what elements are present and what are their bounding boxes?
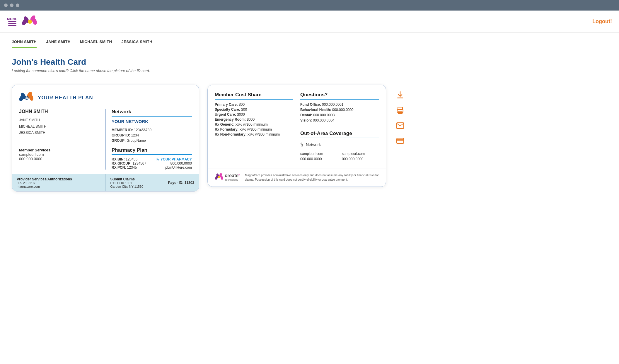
contact-behavioral: Behavioral Health: 000.000.0002 xyxy=(300,108,379,112)
network-label: Network xyxy=(306,142,321,147)
rx-group-row: RX GROUP: 1234567 xyxy=(112,161,146,165)
tab-jessica-smith[interactable]: JESSICA SMITH xyxy=(121,40,152,48)
title-bar xyxy=(0,0,619,11)
pharmacy-section: Pharmacy Plan RX BIN: 123456 RX GROUP: 1… xyxy=(112,147,192,170)
titlebar-dot-2 xyxy=(10,4,13,7)
group-id-label: GROUP ID: xyxy=(112,133,130,137)
header-left: MENU xyxy=(7,16,37,28)
payor-id: Payor ID: 11303 xyxy=(168,181,194,185)
create-logo-text: create® xyxy=(225,173,240,178)
pharmacy-section-title: Pharmacy Plan xyxy=(112,147,192,155)
member-id-label: MEMBER ID: xyxy=(112,128,133,132)
cost-share-title: Member Cost Share xyxy=(215,92,293,100)
coverage-url-1: sampleurl.com xyxy=(300,152,337,156)
group-id-value: 1234 xyxy=(131,133,139,137)
back-footer: create® Technology MagnaCare provides ad… xyxy=(208,168,386,187)
card-header-row: YOUR HEALTH PLAN xyxy=(19,92,192,104)
card-logo-icon xyxy=(19,92,34,104)
menu-button[interactable]: MENU xyxy=(7,17,18,26)
footer-claims-label: Submit Claims xyxy=(110,177,144,181)
cards-and-sidebar: YOUR HEALTH PLAN JOHN SMITH JANE SMITH M… xyxy=(12,85,607,192)
back-right: Questions? Fund Office: 000.000.0001 Beh… xyxy=(300,92,379,161)
member-tabs: JOHN SMITH JANE SMITH MICHAEL SMITH JESS… xyxy=(0,33,619,48)
logo-icon xyxy=(22,16,37,28)
group-value: GroupName xyxy=(127,139,146,143)
member-services-phone: 000.000.0000 xyxy=(19,157,99,161)
cost-rx-formulary: Rx Formulary: xx% w/$00 minimum xyxy=(215,127,293,131)
cost-er: Emergency Room: $000 xyxy=(215,117,293,122)
back-left: Member Cost Share Primary Care: $00 Spec… xyxy=(215,92,293,161)
print-button[interactable] xyxy=(395,106,405,115)
contact-fund: Fund Office: 000.000.0001 xyxy=(300,102,379,107)
questions-section: Questions? Fund Office: 000.000.0001 Beh… xyxy=(300,92,379,122)
cost-specialty: Specialty Care: $00 xyxy=(215,107,293,112)
coverage-phone-2: 000.000.0000 xyxy=(342,157,379,161)
email-icon xyxy=(396,122,404,129)
health-card-front: YOUR HEALTH PLAN JOHN SMITH JANE SMITH M… xyxy=(12,85,199,192)
tab-jane-smith[interactable]: JANE SMITH xyxy=(46,40,71,48)
pharmacy-phone: 800.000.0000 xyxy=(156,161,192,165)
dependent-1: JANE SMITH xyxy=(19,117,99,124)
contact-vision: Vision: 000.000.0004 xyxy=(300,118,379,122)
cost-primary: Primary Care: $00 xyxy=(215,102,293,107)
pharmacy-name: YOUR PHARMACY xyxy=(161,157,192,161)
svg-point-14 xyxy=(218,176,220,178)
svg-rect-22 xyxy=(397,139,404,141)
svg-point-4 xyxy=(28,20,32,24)
pharmacy-url: pbmUrlHere.com xyxy=(156,165,192,170)
cost-urgent: Urgent Care: $000 xyxy=(215,112,293,117)
titlebar-dot-3 xyxy=(16,4,19,7)
cards-wrapper: YOUR HEALTH PLAN JOHN SMITH JANE SMITH M… xyxy=(12,85,386,192)
action-sidebar xyxy=(392,85,405,146)
disclaimer-text: MagnaCare provides administrative servic… xyxy=(245,173,379,182)
svg-rect-16 xyxy=(398,107,403,110)
page-title: John's Health Card xyxy=(12,57,607,67)
footer-claims: Submit Claims P.O. BOX 1001 Garden City,… xyxy=(106,174,199,191)
card-left: JOHN SMITH JANE SMITH MICHEAL SMITH JESS… xyxy=(19,109,105,170)
questions-title: Questions? xyxy=(300,92,379,100)
contact-dental: Dental: 000.000.0003 xyxy=(300,113,379,117)
plan-name: YOUR HEALTH PLAN xyxy=(38,95,93,101)
rx-bin-row: RX BIN: 123456 xyxy=(112,157,146,161)
page-subtitle: Looking for someone else's card? Click t… xyxy=(12,69,607,73)
print-icon xyxy=(396,107,404,114)
group-label: GROUP: xyxy=(112,139,126,143)
svg-point-19 xyxy=(402,111,403,112)
cost-rx-generic: Rx Generic: xx% w/$00 minimum xyxy=(215,122,293,127)
footer-claims-address2: Garden City, NY 11530 xyxy=(110,185,144,188)
coverage-phone-1: 000.000.0000 xyxy=(300,157,337,161)
dependent-2: MICHEAL SMITH xyxy=(19,124,99,130)
coverage-grid: sampleurl.com sampleurl.com 000.000.0000… xyxy=(300,152,379,161)
health-card-back: Member Cost Share Primary Care: $00 Spec… xyxy=(207,85,386,187)
hamburger-icon[interactable] xyxy=(8,21,16,26)
pharmacy-row: RX BIN: 123456 RX GROUP: 1234567 RX PCN:… xyxy=(112,157,192,170)
email-button[interactable] xyxy=(395,121,405,130)
card-footer: Provider Services/Authorizations 855.295… xyxy=(12,174,199,191)
network-name: YOUR NETWORK xyxy=(112,119,192,124)
out-of-area-title: Out-of-Area Coverage xyxy=(300,131,379,138)
footer-provider-url: magnacare.com xyxy=(17,185,101,188)
network-section-title: Network xyxy=(112,109,192,117)
cost-rx-nonformulary: Rx Non-Formulary: xx% w/$00 minimum xyxy=(215,132,293,136)
card-button[interactable] xyxy=(395,136,405,146)
svg-rect-15 xyxy=(397,98,403,98)
network-icon-row: ⚕ Network xyxy=(300,141,379,148)
footer-provider-label: Provider Services/Authorizations xyxy=(17,177,101,181)
footer-claims-address1: P.O. BOX 1001 xyxy=(110,181,144,185)
page-content: John's Health Card Looking for someone e… xyxy=(0,48,619,364)
card-main-area: YOUR HEALTH PLAN JOHN SMITH JANE SMITH M… xyxy=(12,85,199,174)
footer-provider: Provider Services/Authorizations 855.295… xyxy=(12,174,106,191)
logout-button[interactable]: Logout! xyxy=(592,18,612,25)
pharmacy-left: RX BIN: 123456 RX GROUP: 1234567 RX PCN:… xyxy=(112,157,146,170)
tab-michael-smith[interactable]: MICHAEL SMITH xyxy=(80,40,112,48)
download-button[interactable] xyxy=(395,90,405,100)
dependent-3: JESSICA SMITH xyxy=(19,130,99,136)
coverage-url-2: sampleurl.com xyxy=(342,152,379,156)
menu-label: MENU xyxy=(7,17,18,21)
primary-member-name: JOHN SMITH xyxy=(19,109,99,114)
tab-john-smith[interactable]: JOHN SMITH xyxy=(12,40,37,48)
card-icon xyxy=(396,138,404,144)
create-logo: create® Technology xyxy=(215,173,240,181)
svg-rect-21 xyxy=(397,138,404,143)
rx-symbol: ℞ xyxy=(156,158,159,161)
